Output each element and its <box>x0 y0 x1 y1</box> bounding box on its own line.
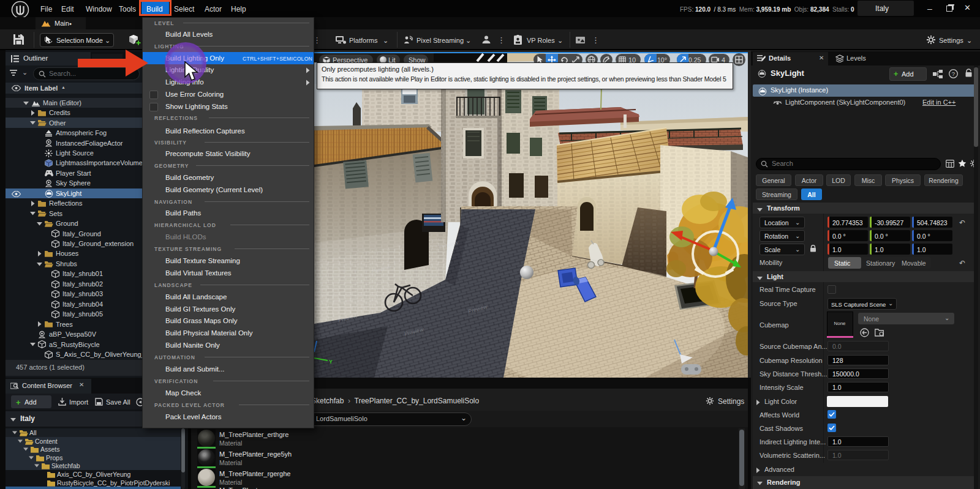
svg-text:?: ? <box>952 70 955 77</box>
svg-text:Y: Y <box>329 359 333 365</box>
